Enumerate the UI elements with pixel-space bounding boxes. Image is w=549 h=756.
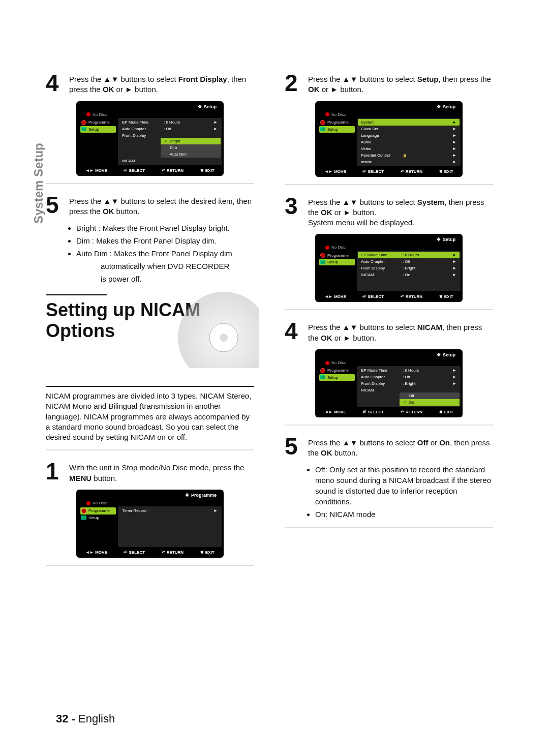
value: : On [403, 273, 452, 277]
bullet: Auto Dim : Makes the Front Panel Display… [76, 248, 254, 259]
osd-no-disc: No Disc [315, 244, 463, 251]
select-icon: ⏎ [362, 294, 366, 299]
osd-no-disc: No Disc [76, 500, 224, 506]
label: Setup [88, 516, 99, 520]
bold: On [315, 510, 325, 519]
label: RETURN [167, 550, 184, 555]
option: ✓On [400, 399, 460, 406]
text: buttons to select [118, 75, 178, 83]
footer-exit: ✖EXIT [439, 410, 453, 414]
bullet-cont: is power off. [101, 274, 254, 284]
text: With the unit in Stop mode/No Disc mode,… [69, 463, 244, 472]
bold: Off [417, 438, 429, 447]
menu-item: Install► [358, 159, 460, 165]
label: NICAM [122, 159, 164, 163]
step-number: 5 [46, 193, 63, 217]
text: : NICAM mode [325, 510, 375, 519]
label: SELECT [368, 410, 384, 414]
bullet: Bright : Makes the Front Panel Display b… [76, 223, 254, 233]
menu-item: Audio► [358, 139, 460, 145]
osd-no-disc: No Disc [315, 111, 463, 118]
osd-system: ❖Setup No Disc Programme Setup EP Mode T… [315, 234, 463, 302]
setup-icon [320, 260, 325, 264]
osd-nicam: ❖Setup No Disc Programme Setup EP Mode T… [315, 349, 463, 417]
footer-exit: ✖EXIT [200, 168, 215, 173]
select-icon: ⏎ [362, 169, 366, 174]
label: Auto Chapter [361, 259, 403, 264]
osd-sidebar: Programme Setup [78, 118, 118, 165]
value: : Bright [403, 266, 452, 270]
step-text: With the unit in Stop mode/No Disc mode,… [69, 460, 254, 483]
step-2: 2 Press the ▲▼ buttons to select Setup, … [285, 71, 493, 95]
bold: Setup [417, 75, 439, 83]
exit-icon: ✖ [200, 168, 204, 173]
side-tab: System Setup [32, 143, 46, 224]
updown-icon: ▲▼ [343, 198, 358, 206]
diamond-icon: ❖ [198, 104, 202, 109]
menu-item: NICAM: On► [358, 271, 460, 278]
text: Press the [308, 323, 343, 331]
label: EXIT [444, 169, 453, 174]
label: RETURN [406, 294, 422, 299]
exit-icon: ✖ [200, 550, 204, 555]
bullet: On: NICAM mode [315, 509, 493, 520]
text: button. [92, 474, 117, 482]
select-icon: ⏎ [124, 168, 127, 173]
disc-art [147, 292, 259, 368]
move-icon: ◄► [324, 294, 332, 299]
menu-item: Timer Record► [119, 507, 221, 514]
programme-icon [320, 368, 325, 373]
label: Off [409, 394, 414, 398]
menu-item: EP Mode Time: 6 Hours► [358, 252, 460, 258]
menu-item: Auto Chapter: Off► [358, 374, 460, 380]
intro-text: NICAM programmes are divided into 3 type… [46, 391, 254, 442]
updown-icon: ▲▼ [343, 438, 358, 447]
text: Press the [308, 75, 343, 83]
bold: System [417, 198, 444, 206]
setup-icon [81, 516, 86, 520]
diamond-icon: ❖ [185, 493, 189, 498]
menu-item: Language► [358, 132, 460, 139]
menu-item: Auto Chapter: Off► [119, 126, 221, 132]
sidebar-item: Setup [319, 259, 355, 265]
label: Audio [361, 140, 403, 144]
step-number: 2 [285, 71, 302, 95]
label: On [409, 400, 414, 405]
label: NICAM [361, 388, 403, 392]
svg-point-2 [220, 334, 228, 342]
label: MOVE [334, 169, 346, 174]
label: Auto Chapter [122, 127, 164, 131]
step-text: Press the ▲▼ buttons to select Off or On… [308, 435, 493, 459]
value: : 6 Hours [403, 368, 452, 373]
step-text: Press the ▲▼ buttons to select Setup, th… [308, 71, 493, 95]
bold: Front Display [178, 75, 227, 83]
label: Auto Chapter [361, 375, 403, 379]
option: Dim [161, 144, 221, 151]
step-text: Press the ▲▼ buttons to select NICAM, th… [308, 319, 493, 343]
label: Auto Dim [170, 152, 187, 157]
sidebar-item: Setup [319, 374, 355, 381]
step-number: 5 [285, 435, 302, 459]
right-icon: ► [330, 85, 338, 94]
arrow-icon: ► [214, 127, 218, 131]
footer-select: ⏎SELECT [124, 168, 145, 173]
text: or [332, 208, 344, 217]
label: Setup [88, 127, 99, 132]
osd-title: ❖Programme [76, 492, 224, 500]
footer-return: ↶RETURN [162, 550, 184, 555]
arrow-icon: ► [452, 133, 456, 138]
updown-icon: ▲▼ [343, 323, 358, 331]
right-icon: ► [343, 334, 351, 342]
step-number: 3 [285, 194, 302, 228]
osd-footer: ◄►MOVE ⏎SELECT ↶RETURN ✖EXIT [76, 165, 224, 175]
option-box: Off ✓On [400, 392, 460, 406]
menu-item: Clock Set► [358, 126, 460, 132]
manual-page: System Setup 4 Press the ▲▼ buttons to s… [0, 0, 549, 756]
sidebar-item: Setup [80, 515, 116, 521]
bold: Dim [76, 236, 90, 245]
exit-icon: ✖ [439, 169, 443, 174]
osd-footer: ◄►MOVE ⏎SELECT ↶RETURN ✖EXIT [315, 166, 463, 176]
bold: Bright [76, 224, 96, 232]
osd-title: ❖Setup [76, 103, 224, 111]
arrow-icon: ► [452, 266, 456, 270]
